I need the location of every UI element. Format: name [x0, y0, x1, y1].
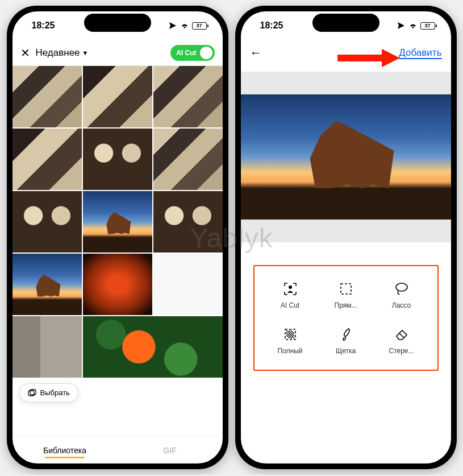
multiselect-icon: [28, 389, 37, 397]
photo-thumb[interactable]: [153, 191, 223, 253]
wifi-icon: [180, 22, 189, 29]
toggle-knob: [200, 47, 212, 59]
close-icon[interactable]: ✕: [20, 46, 30, 60]
svg-marker-3: [382, 49, 400, 67]
tab-gif[interactable]: GIF: [118, 440, 223, 461]
tool-label: Полный: [278, 347, 303, 355]
status-time: 18:25: [260, 20, 283, 31]
ai-cut-icon: [282, 281, 298, 297]
photo-thumb[interactable]: [153, 66, 223, 127]
notch: [312, 14, 379, 32]
tab-library[interactable]: Библиотека: [12, 440, 118, 461]
photo-thumb[interactable]: [153, 254, 223, 315]
airplane-icon: [397, 22, 406, 30]
notch: [84, 14, 151, 32]
photo-thumb[interactable]: [83, 316, 223, 378]
tool-label: Прям...: [335, 301, 357, 309]
select-button-label: Выбрать: [40, 388, 70, 397]
tool-lasso[interactable]: Лассо: [374, 281, 429, 309]
ai-cut-toggle-label: AI Cut: [176, 49, 196, 57]
eraser-icon: [394, 326, 410, 342]
status-time: 18:25: [32, 20, 55, 31]
photo-thumb[interactable]: [12, 191, 82, 253]
tools-panel: AI Cut Прям... Лассо Полный: [253, 265, 439, 371]
photo-thumb[interactable]: [83, 191, 152, 253]
wifi-icon: [408, 22, 418, 29]
photo-thumb[interactable]: [83, 129, 152, 190]
back-icon[interactable]: ←: [250, 45, 262, 60]
photo-thumb[interactable]: [153, 129, 223, 190]
svg-point-4: [289, 285, 292, 289]
svg-rect-2: [337, 55, 383, 61]
ai-cut-toggle[interactable]: AI Cut: [170, 45, 214, 61]
album-title-text: Недавнее: [36, 47, 80, 59]
preview-area: [241, 72, 451, 242]
photo-grid: Выбрать: [12, 66, 223, 436]
tool-ai-cut[interactable]: AI Cut: [262, 281, 318, 309]
photo-thumb[interactable]: [83, 254, 152, 315]
svg-rect-5: [341, 284, 351, 294]
tool-label: AI Cut: [281, 301, 299, 309]
tool-eraser[interactable]: Стере...: [374, 326, 429, 355]
tool-label: Щетка: [336, 347, 356, 355]
battery-icon: 37: [420, 22, 435, 30]
chevron-down-icon: ▼: [82, 49, 89, 56]
tool-brush[interactable]: Щетка: [318, 326, 374, 355]
photo-thumb[interactable]: [12, 129, 82, 190]
photo-thumb[interactable]: [83, 66, 152, 127]
svg-rect-0: [28, 391, 34, 396]
tool-rectangle[interactable]: Прям...: [318, 281, 374, 309]
album-dropdown[interactable]: Недавнее ▼: [36, 47, 89, 59]
brush-icon: [338, 326, 354, 342]
airplane-icon: [168, 22, 177, 30]
photo-thumb[interactable]: [12, 66, 82, 127]
lasso-icon: [394, 281, 410, 297]
photo-thumb[interactable]: [12, 254, 82, 315]
tool-full[interactable]: Полный: [262, 326, 318, 355]
tool-label: Лассо: [392, 301, 411, 309]
library-topbar: ✕ Недавнее ▼ AI Cut: [12, 40, 223, 66]
select-button[interactable]: Выбрать: [19, 383, 78, 402]
svg-rect-1: [30, 390, 36, 395]
tool-label: Стере...: [389, 347, 414, 355]
bottom-tabs: Библиотека GIF: [12, 436, 223, 463]
annotation-arrow: [337, 49, 400, 67]
rectangle-icon: [338, 281, 354, 297]
photo-thumb[interactable]: [12, 316, 82, 378]
svg-point-6: [396, 283, 407, 291]
phone-left: 18:25 37 ✕ Недавнее ▼ AI Cut: [7, 6, 228, 469]
preview-image[interactable]: [241, 94, 451, 220]
phone-right: 18:25 37 ← Добавить AI Cut: [235, 6, 457, 469]
add-button[interactable]: Добавить: [399, 47, 441, 59]
battery-icon: 37: [192, 22, 207, 30]
full-icon: [282, 326, 298, 342]
